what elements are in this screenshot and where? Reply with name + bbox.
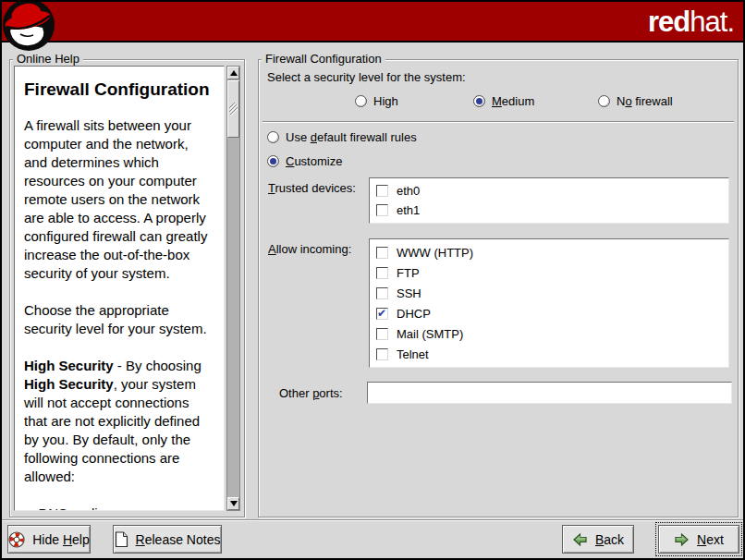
trusted-device-row[interactable]: eth0 xyxy=(370,181,728,201)
header-band: redhat. xyxy=(2,2,743,43)
installer-window: redhat. Online Help Firewall Configurati… xyxy=(0,0,745,560)
radio-label: Customize xyxy=(286,154,342,168)
radio-medium[interactable]: Medium xyxy=(473,94,534,108)
next-arrow-icon xyxy=(674,532,690,547)
radio-label: Medium xyxy=(492,94,534,108)
help-text-view: Firewall Configuration A firewall sits b… xyxy=(14,66,225,511)
help-bold-text: High Security xyxy=(24,376,114,392)
help-scrollbar[interactable] xyxy=(226,66,240,511)
help-paragraph: A firewall sits between your computer an… xyxy=(24,116,214,283)
radio-button[interactable] xyxy=(473,95,485,107)
checkbox-label: eth1 xyxy=(397,203,420,217)
checkbox-label: SSH xyxy=(397,286,421,300)
radio-button[interactable] xyxy=(598,95,610,107)
checkbox-label: FTP xyxy=(397,266,420,280)
radio-label: High xyxy=(373,94,398,108)
help-paragraph: Choose the appropriate security level fo… xyxy=(24,301,214,338)
help-bullet: DNS replies xyxy=(30,505,214,511)
security-level-prompt: Select a security level for the system: xyxy=(267,70,466,84)
checkbox-label: DHCP xyxy=(397,307,431,321)
thumb-grip-icon xyxy=(229,103,238,116)
redhat-wordmark: redhat. xyxy=(648,5,734,40)
allow-incoming-row[interactable]: Telnet xyxy=(370,344,728,364)
help-paragraph: High Security - By choosing High Securit… xyxy=(24,357,214,486)
radio-high[interactable]: High xyxy=(355,94,398,108)
horizontal-separator xyxy=(263,121,734,123)
scroll-up-button[interactable] xyxy=(227,67,239,79)
radio-customize[interactable]: Customize xyxy=(267,154,342,168)
allow-incoming-row[interactable]: SSH xyxy=(370,283,728,303)
radio-label: No firewall xyxy=(617,94,673,108)
other-ports-input[interactable] xyxy=(367,382,732,404)
back-label: Back xyxy=(595,532,624,547)
firewall-frame-title: Firewall Configuration xyxy=(262,52,385,66)
radio-label: Use default firewall rules xyxy=(286,130,417,144)
checkbox[interactable] xyxy=(376,308,388,320)
radio-no-firewall[interactable]: No firewall xyxy=(598,94,673,108)
firewall-configuration-frame: Firewall Configuration Select a security… xyxy=(258,59,739,517)
scroll-down-button[interactable] xyxy=(227,497,239,510)
checkbox[interactable] xyxy=(376,247,388,259)
next-button[interactable]: Next xyxy=(658,525,739,554)
trusted-devices-label: Trusted devices: xyxy=(268,181,356,195)
help-bullet-list: DNS replies DHCP - so any network xyxy=(24,505,214,511)
trusted-device-row[interactable]: eth1 xyxy=(370,201,728,220)
release-notes-label: Release Notes xyxy=(136,532,221,547)
allow-incoming-row[interactable]: DHCP xyxy=(370,303,728,323)
checkbox-label: WWW (HTTP) xyxy=(397,246,473,260)
hide-help-label: Hide Help xyxy=(32,532,90,547)
checkbox[interactable] xyxy=(376,204,388,216)
allow-incoming-row[interactable]: FTP xyxy=(370,262,728,283)
scrollbar-thumb[interactable] xyxy=(227,80,239,138)
shadowman-logo-icon xyxy=(2,0,57,54)
allow-incoming-list[interactable]: WWW (HTTP) FTP SSH DHCP xyxy=(369,238,729,368)
radio-button[interactable] xyxy=(355,95,367,107)
wordmark-regular: hat. xyxy=(690,6,734,38)
allow-incoming-row[interactable]: WWW (HTTP) xyxy=(370,242,728,262)
checkbox-label: eth0 xyxy=(397,184,420,198)
checkbox[interactable] xyxy=(376,185,388,197)
life-preserver-icon xyxy=(8,531,25,548)
hide-help-button[interactable]: Hide Help xyxy=(7,525,91,554)
wordmark-bold: red xyxy=(648,6,690,38)
radio-button[interactable] xyxy=(267,155,279,167)
checkbox[interactable] xyxy=(376,287,388,299)
release-notes-icon xyxy=(115,531,128,548)
help-title: Firewall Configuration xyxy=(24,79,214,100)
radio-button[interactable] xyxy=(267,131,279,143)
release-notes-button[interactable]: Release Notes xyxy=(113,525,222,554)
checkbox-label: Mail (SMTP) xyxy=(397,327,463,341)
checkbox-label: Telnet xyxy=(397,347,429,361)
next-label: Next xyxy=(697,532,724,547)
scrollbar-down-icon xyxy=(230,501,238,506)
footer-separator xyxy=(2,519,743,521)
allow-incoming-row[interactable]: Mail (SMTP) xyxy=(370,323,728,344)
checkbox[interactable] xyxy=(376,267,388,279)
checkbox[interactable] xyxy=(376,348,388,360)
online-help-frame-title: Online Help xyxy=(13,52,83,66)
online-help-frame: Online Help Firewall Configuration A fir… xyxy=(9,59,245,517)
scrollbar-up-icon xyxy=(230,70,238,76)
allow-incoming-label: Allow incoming: xyxy=(268,242,351,256)
back-button[interactable]: Back xyxy=(562,525,634,554)
checkbox[interactable] xyxy=(376,328,388,340)
help-bold-text: High Security xyxy=(24,358,114,373)
other-ports-label: Other ports: xyxy=(279,386,343,400)
back-arrow-icon xyxy=(572,532,588,547)
trusted-devices-list[interactable]: eth0 eth1 xyxy=(369,177,729,224)
radio-use-default-rules[interactable]: Use default firewall rules xyxy=(267,130,417,144)
